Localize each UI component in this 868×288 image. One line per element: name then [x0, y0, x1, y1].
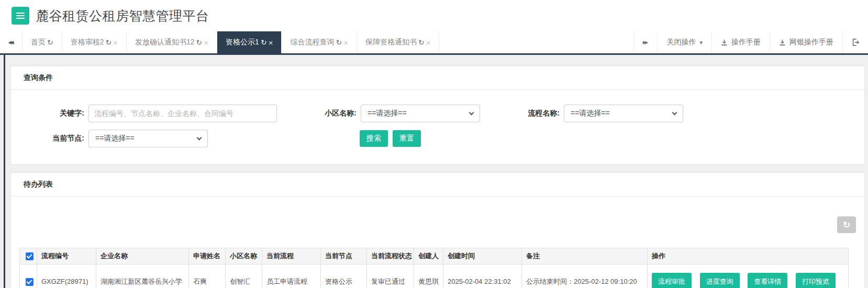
community-name-label: 小区名称: [317, 109, 361, 118]
tab-qualification-publicity-active[interactable]: 资格公示1 ↻ × [217, 31, 281, 53]
col-header-creator: 创建人 [414, 248, 443, 264]
reset-button[interactable]: 重置 [393, 130, 421, 147]
tabs-scroll-left-button[interactable]: ◀◀ [0, 31, 22, 53]
table-row: GXGZF(28971) 湖南湘江新区麓谷岳兴小学 石爽 创智汇 员工申请流程 … [20, 264, 849, 288]
refresh-icon[interactable]: ↻ [418, 38, 425, 47]
tab-label: 首页 [31, 38, 46, 47]
menu-toggle-button[interactable] [12, 7, 29, 25]
col-header-community: 小区名称 [226, 248, 262, 264]
refresh-icon[interactable]: ↻ [106, 38, 112, 47]
tab-label: 保障资格通知书 [365, 38, 417, 47]
download-icon [721, 39, 728, 46]
col-header-flow-status: 当前流程状态 [367, 248, 414, 264]
col-header-process-code: 流程编号 [37, 248, 96, 264]
chevron-down-icon [197, 135, 202, 141]
close-operations-dropdown[interactable]: 关闭操作 ▾ [657, 31, 711, 53]
keyword-label: 关键字: [11, 109, 88, 118]
refresh-icon[interactable]: ↻ [261, 38, 267, 47]
progress-query-button[interactable]: 进度查询 [700, 273, 740, 288]
double-left-arrow-icon: ◀◀ [8, 40, 13, 45]
community-select-value: ==请选择== [368, 109, 407, 118]
col-header-current-flow: 当前流程 [262, 248, 321, 264]
main-content: 查询条件 关键字: 小区名称: ==请选择== 流程名称: ==请选择== 当前… [0, 55, 868, 288]
todo-table: 流程编号 企业名称 申请姓名 小区名称 当前流程 当前节点 当前流程状态 创建人… [19, 248, 849, 288]
tab-label: 综合流程查询 [290, 38, 334, 47]
table-header-row: 流程编号 企业名称 申请姓名 小区名称 当前流程 当前节点 当前流程状态 创建人… [20, 248, 849, 264]
tab-guarantee-qualification-notice[interactable]: 保障资格通知书 ↻ × [357, 31, 440, 53]
hamburger-icon [16, 13, 25, 14]
col-header-current-node: 当前节点 [321, 248, 367, 264]
tab-comprehensive-process-query[interactable]: 综合流程查询 ↻ × [281, 31, 357, 53]
bank-operation-manual-link[interactable]: 网银操作手册 [770, 31, 842, 53]
keyword-input[interactable] [88, 105, 277, 122]
todo-list-panel: 待办列表 ↻ 流程编 [10, 171, 865, 288]
refresh-icon[interactable]: ↻ [196, 38, 203, 47]
chevron-down-icon [672, 110, 677, 116]
refresh-icon[interactable]: ↻ [336, 38, 342, 47]
operation-manual-label: 操作手册 [731, 38, 761, 47]
logout-button[interactable] [842, 31, 868, 53]
refresh-icon: ↻ [843, 220, 850, 230]
todo-panel-body: ↻ 流程编号 企业名称 申 [11, 197, 864, 288]
refresh-icon[interactable]: ↻ [47, 38, 53, 47]
bank-operation-manual-label: 网银操作手册 [789, 38, 833, 47]
table-refresh-button[interactable]: ↻ [837, 216, 856, 233]
query-conditions-panel: 查询条件 关键字: 小区名称: ==请选择== 流程名称: ==请选择== 当前… [10, 64, 865, 165]
query-panel-title: 查询条件 [11, 66, 864, 90]
app-header: 麓谷租赁公租房智慧管理平台 [0, 0, 868, 31]
caret-down-icon: ▾ [699, 39, 703, 46]
select-all-checkbox[interactable] [26, 252, 34, 260]
process-name-label: 流程名称: [520, 109, 564, 118]
cell-operations: 流程审批 进度查询 查看详情 打印预览 [648, 264, 849, 288]
close-icon[interactable]: × [113, 38, 118, 47]
process-name-select[interactable]: ==请选择== [564, 105, 683, 122]
col-header-applicant: 申请姓名 [189, 248, 226, 264]
operation-manual-link[interactable]: 操作手册 [711, 31, 770, 53]
close-icon[interactable]: × [343, 38, 348, 47]
tabs-scroll-right-button[interactable]: ▶▶ [633, 31, 658, 53]
community-name-select[interactable]: ==请选择== [361, 105, 480, 122]
cell-created-time: 2025-02-04 22:31:02 [443, 264, 522, 288]
collapsed-sidebar-edge [4, 55, 5, 288]
close-icon[interactable]: × [204, 38, 208, 47]
process-select-value: ==请选择== [571, 109, 610, 118]
view-details-button[interactable]: 查看详情 [748, 273, 787, 288]
close-operations-label: 关闭操作 [666, 38, 696, 47]
col-header-operations: 操作 [648, 248, 849, 264]
chevron-down-icon [469, 110, 474, 116]
double-right-arrow-icon: ▶▶ [643, 40, 649, 45]
close-icon[interactable]: × [426, 38, 431, 47]
search-button[interactable]: 搜索 [360, 130, 388, 147]
row-checkbox[interactable] [26, 278, 34, 286]
tab-label: 资格公示1 [226, 38, 259, 47]
col-header-created-time: 创建时间 [443, 248, 522, 264]
tab-label: 发放确认通知书12 [135, 38, 195, 47]
node-select-value: ==请选择== [95, 134, 135, 143]
cell-current-node: 资格公示 [321, 264, 367, 288]
process-approve-button[interactable]: 流程审批 [652, 273, 692, 288]
todo-panel-title: 待办列表 [11, 173, 864, 197]
tabbar-actions: ▶▶ 关闭操作 ▾ 操作手册 网银操作手册 [633, 31, 868, 53]
cell-company: 湖南湘江新区麓谷岳兴小学 [96, 264, 189, 288]
tab-issue-confirmation-notice[interactable]: 发放确认通知书12 ↻ × [126, 31, 217, 53]
close-icon[interactable]: × [269, 38, 273, 47]
app-title: 麓谷租赁公租房智慧管理平台 [36, 7, 209, 25]
tab-label: 资格审核2 [71, 38, 104, 47]
query-form: 关键字: 小区名称: ==请选择== 流程名称: ==请选择== 当前节点: =… [11, 90, 864, 164]
current-node-select[interactable]: ==请选择== [88, 130, 208, 147]
tab-home[interactable]: 首页 ↻ [22, 31, 62, 53]
col-header-company: 企业名称 [96, 248, 189, 264]
tab-bar: ◀◀ 首页 ↻ 资格审核2 ↻ × 发放确认通知书12 ↻ × 资格公示1 ↻ … [0, 31, 868, 55]
logout-icon [852, 39, 859, 46]
download-icon [779, 39, 786, 46]
cell-applicant: 石爽 [189, 264, 226, 288]
cell-process-code: GXGZF(28971) [37, 264, 96, 288]
print-preview-button[interactable]: 打印预览 [796, 273, 836, 288]
current-node-label: 当前节点: [11, 134, 88, 143]
cell-community: 创智汇 [226, 264, 262, 288]
col-header-remark: 备注 [522, 248, 648, 264]
cell-remark: 公示结束时间：2025-02-12 09:10:20 [522, 264, 648, 288]
cell-current-flow: 员工申请流程 [262, 264, 321, 288]
cell-flow-status: 复审已通过 [367, 264, 414, 288]
tab-qualification-review[interactable]: 资格审核2 ↻ × [62, 31, 126, 53]
